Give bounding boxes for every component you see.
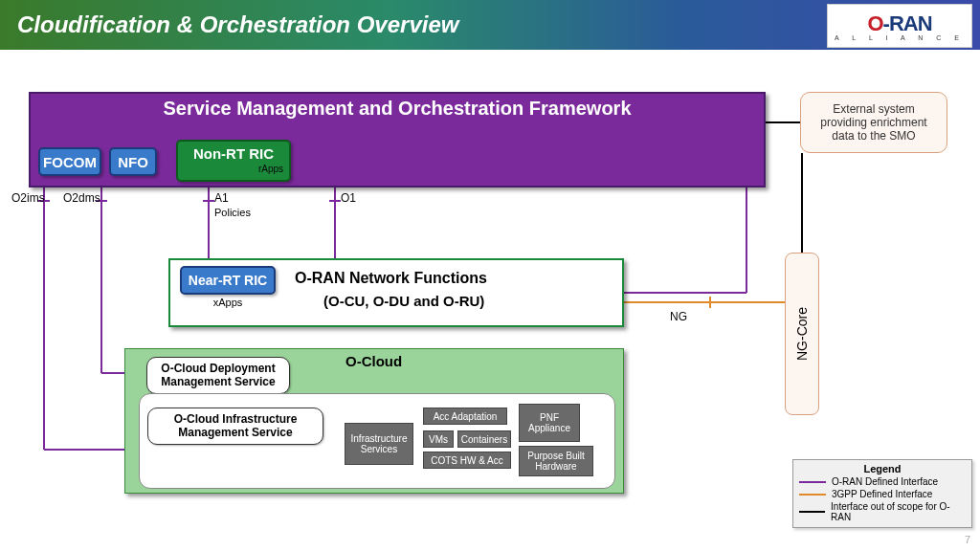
legend-oran-text: O-RAN Defined Interface [832, 476, 938, 487]
legend-title: Legend [799, 463, 966, 474]
ng-core-label: NG-Core [794, 307, 810, 361]
legend-box: Legend O-RAN Defined Interface 3GPP Defi… [792, 459, 972, 528]
purpose-built-hw-box: Purpose Built Hardware [519, 446, 593, 476]
ng-label: NG [670, 310, 687, 323]
oran-logo: O-RAN A L L I A N C E [827, 4, 972, 48]
a1-label: A1 [214, 191, 229, 205]
ocloud-dms-label: O-Cloud Deployment Management Service [146, 357, 290, 394]
pnf-appliance-box: PNF Appliance [519, 404, 580, 442]
page-number: 7 [965, 534, 970, 545]
legend-outofscope-line [799, 511, 825, 513]
non-rt-ric-label: Non-RT RIC [193, 145, 274, 162]
ng-core-box: NG-Core [785, 253, 819, 415]
focom-chip: FOCOM [38, 147, 101, 176]
legend-oran-line [799, 481, 826, 483]
smo-title: Service Management and Orchestration Fra… [31, 94, 764, 120]
nfo-chip: NFO [109, 147, 157, 176]
acc-adaptation-box: Acc Adaptation [423, 408, 507, 425]
rapps-label: rApps [258, 164, 289, 174]
o2dms-label: O2dms [63, 191, 100, 205]
o1-label: O1 [341, 191, 356, 205]
ocloud-ims-label: O-Cloud Infrastructure Management Servic… [147, 408, 323, 445]
o2ims-label: O2ims [11, 191, 45, 205]
smo-framework-box: Service Management and Orchestration Fra… [29, 92, 766, 187]
slide-title: Cloudification & Orchestration Overview [17, 11, 458, 38]
external-system-box: External system providing enrichment dat… [800, 92, 947, 153]
near-rt-ric-chip: Near-RT RIC [180, 266, 276, 295]
legend-outofscope-text: Interface out of scope for O-RAN [831, 501, 966, 522]
containers-box: Containers [457, 430, 511, 448]
legend-3gpp-line [799, 494, 826, 496]
xapps-label: xApps [180, 297, 276, 308]
network-functions-box: Near-RT RIC xApps O-RAN Network Function… [168, 258, 624, 327]
a1-policies-label: Policies [214, 207, 251, 218]
non-rt-ric-chip: Non-RT RIC rApps [176, 140, 291, 182]
logo-o: O [867, 11, 882, 35]
nf-subtitle: (O-CU, O-DU and O-RU) [323, 293, 484, 309]
ocloud-box: O-Cloud O-Cloud Deployment Management Se… [124, 348, 624, 494]
architecture-diagram: Service Management and Orchestration Fra… [0, 77, 980, 551]
ocloud-title: O-Cloud [345, 353, 402, 369]
logo-subtitle: A L L I A N C E [835, 34, 965, 41]
logo-ran: -RAN [883, 11, 932, 35]
legend-3gpp-text: 3GPP Defined Interface [832, 489, 932, 499]
vms-box: VMs [423, 430, 454, 448]
ocloud-inner: O-Cloud Infrastructure Management Servic… [139, 393, 615, 489]
cots-hw-box: COTS HW & Acc [423, 452, 511, 469]
nf-title: O-RAN Network Functions [295, 270, 487, 287]
infra-services-box: Infrastructure Services [345, 423, 413, 465]
